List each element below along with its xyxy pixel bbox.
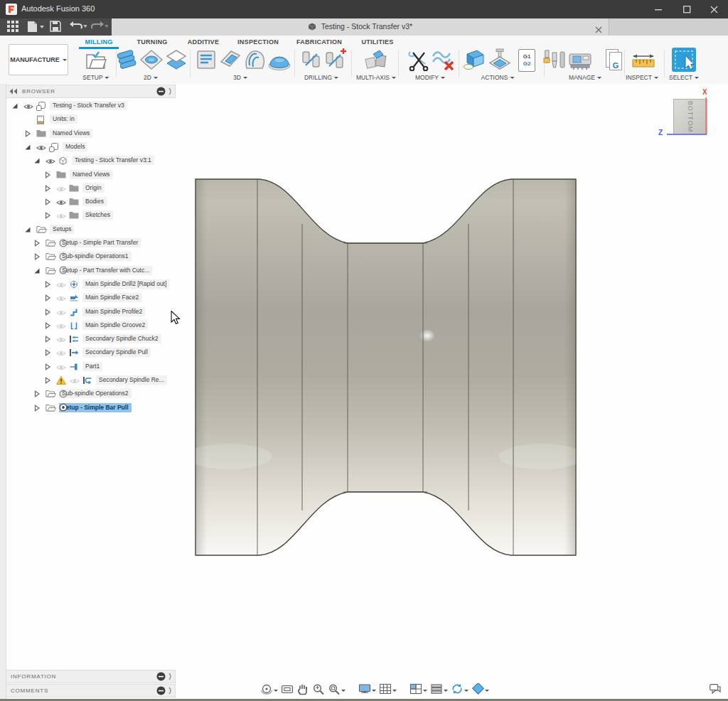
expander-collapsed-icon[interactable] xyxy=(44,322,51,329)
visibility-off-icon[interactable] xyxy=(56,186,66,193)
remove-panel-icon[interactable] xyxy=(156,686,166,695)
drill-button[interactable] xyxy=(300,48,323,74)
expander-collapsed-icon[interactable] xyxy=(33,240,41,247)
visibility-on-icon[interactable] xyxy=(56,199,66,206)
visibility-off-icon[interactable] xyxy=(56,295,66,302)
browser-row-setup-simple-part-transfer[interactable]: Setup - Simple Part Transfer xyxy=(6,237,182,250)
visibility-on-icon[interactable] xyxy=(36,144,46,151)
browser-row-models[interactable]: Models xyxy=(6,141,182,154)
tab-inspection[interactable]: INSPECTION xyxy=(237,38,279,46)
browser-row-units-in[interactable]: Units: in xyxy=(6,114,182,126)
fit-button[interactable] xyxy=(328,683,346,698)
browser-row-secondary-spindle-chuck2[interactable]: Secondary Spindle Chuck2 xyxy=(6,333,182,346)
group-2d[interactable]: 2D xyxy=(144,74,158,81)
group-setup[interactable]: SETUP xyxy=(82,74,109,81)
simulate-button[interactable] xyxy=(488,48,511,74)
chevron-right-icon[interactable] xyxy=(168,87,173,95)
browser-row-main-spindle-groove2[interactable]: Main Spindle Groove2 xyxy=(6,320,182,332)
browser-row-main-spindle-profile2[interactable]: Main Spindle Profile2 xyxy=(6,306,182,319)
visibility-off-icon[interactable] xyxy=(56,309,66,316)
chevron-right-icon[interactable] xyxy=(168,687,173,695)
browser-row-testing-stock-transfer-v3[interactable]: Testing - Stock Transfer v3 xyxy=(6,100,182,112)
tab-utilities[interactable]: UTILITIES xyxy=(361,38,393,46)
2d-adaptive-button[interactable] xyxy=(116,48,139,74)
compare-button[interactable] xyxy=(471,683,489,697)
expander-collapsed-icon[interactable] xyxy=(44,349,51,356)
browser-row-sub-spindle-operations1[interactable]: Sub-spindle Operations1 xyxy=(6,251,182,263)
expander-expanded-icon[interactable] xyxy=(33,157,41,164)
measure-button[interactable] xyxy=(631,53,656,73)
post-process-button[interactable]: G1G2 xyxy=(518,49,535,72)
browser-row-main-spindle-drill2-rapid-out[interactable]: Main Spindle Drill2 [Rapid out] xyxy=(6,279,182,291)
redo-button[interactable] xyxy=(91,21,108,31)
close-tab-icon[interactable] xyxy=(595,23,602,36)
3d-adaptive-clearing-button[interactable] xyxy=(195,48,218,74)
2d-pocket-button[interactable] xyxy=(139,48,164,74)
expander-collapsed-icon[interactable] xyxy=(44,212,51,219)
remove-panel-icon[interactable] xyxy=(156,672,166,681)
pan-button[interactable] xyxy=(296,683,309,698)
grid-snaps-button[interactable] xyxy=(379,683,397,697)
view-cube[interactable]: BOTTOM xyxy=(673,99,707,134)
data-panel-toggle-button[interactable] xyxy=(7,21,18,32)
trim-toolpath-button[interactable] xyxy=(407,48,431,74)
machine-library-button[interactable] xyxy=(567,51,593,74)
group-multi-axis[interactable]: MULTI-AXIS xyxy=(356,74,396,81)
viewports-button[interactable] xyxy=(410,683,427,697)
browser-row-bodies[interactable]: Bodies xyxy=(6,196,182,208)
setup-status-circle-icon[interactable] xyxy=(59,390,68,398)
multi-axis-button[interactable] xyxy=(364,48,388,74)
feedback-icon[interactable] xyxy=(710,684,721,697)
comments-panel-header[interactable]: COMMENTS xyxy=(6,684,176,697)
expander-collapsed-icon[interactable] xyxy=(44,281,51,288)
collapse-panel-icon[interactable] xyxy=(9,88,18,95)
group-3d[interactable]: 3D xyxy=(233,74,247,81)
look-at-button[interactable] xyxy=(281,683,294,697)
3d-pocket-clearing-button[interactable] xyxy=(218,48,242,73)
browser-row-secondary-spindle-pull[interactable]: Secondary Spindle Pull xyxy=(6,347,182,359)
browser-row-secondary-spindle-re[interactable]: Secondary Spindle Re... xyxy=(6,375,182,387)
expander-collapsed-icon[interactable] xyxy=(44,377,51,384)
tool-library-button[interactable] xyxy=(542,48,567,74)
delete-toolpath-button[interactable] xyxy=(431,48,455,74)
expander-expanded-icon[interactable] xyxy=(33,267,41,274)
minimize-button[interactable] xyxy=(644,0,673,18)
group-manage[interactable]: MANAGE xyxy=(569,74,601,81)
expander-collapsed-icon[interactable] xyxy=(44,171,51,178)
orbit-button[interactable] xyxy=(260,683,278,698)
setup-status-circle-icon[interactable] xyxy=(59,266,68,274)
visibility-off-icon[interactable] xyxy=(56,350,66,357)
expander-collapsed-icon[interactable] xyxy=(44,336,51,343)
drill-rapid-button[interactable] xyxy=(323,48,348,74)
browser-row-sub-spindle-operations2[interactable]: Sub-spindle Operations2 xyxy=(6,388,182,400)
toolpath-display-button[interactable] xyxy=(430,683,448,697)
setup-status-circle-icon[interactable] xyxy=(59,252,68,261)
browser-row-testing-stock-transfer-v3-1[interactable]: Testing - Stock Transfer v3:1 xyxy=(6,155,182,167)
regenerate-button[interactable] xyxy=(451,683,469,697)
expander-collapsed-icon[interactable] xyxy=(24,130,31,137)
expander-collapsed-icon[interactable] xyxy=(44,309,51,316)
generate-button[interactable] xyxy=(463,48,486,74)
tab-fabrication[interactable]: FABRICATION xyxy=(296,38,342,46)
browser-row-setup-part-transfer-with-cutc[interactable]: Setup - Part Transfer with Cutc... xyxy=(6,265,182,277)
group-select[interactable]: SELECT xyxy=(669,74,699,81)
2d-contour-button[interactable] xyxy=(164,48,188,74)
visibility-on-icon[interactable] xyxy=(46,158,55,165)
visibility-off-icon[interactable] xyxy=(56,364,66,371)
group-modify[interactable]: MODIFY xyxy=(415,74,445,81)
zoom-button[interactable] xyxy=(312,683,325,698)
expander-expanded-icon[interactable] xyxy=(24,226,31,233)
3d-morphed-spiral-button[interactable] xyxy=(267,53,291,74)
browser-row-origin[interactable]: Origin xyxy=(6,183,182,195)
new-setup-button[interactable] xyxy=(84,48,108,74)
tab-additive[interactable]: ADDITIVE xyxy=(188,38,219,46)
select-button[interactable] xyxy=(670,46,697,76)
browser-row-named-views[interactable]: Named Views xyxy=(6,128,182,140)
visibility-off-icon[interactable] xyxy=(70,378,80,385)
browser-row-main-spindle-face2[interactable]: Main Spindle Face2 xyxy=(6,292,182,304)
information-panel-header[interactable]: INFORMATION xyxy=(6,670,176,683)
active-setup-radio-icon[interactable] xyxy=(59,403,68,412)
document-tab[interactable]: Testing - Stock Transfer v3* xyxy=(112,18,609,36)
close-button[interactable] xyxy=(700,0,728,18)
chevron-right-icon[interactable] xyxy=(168,673,173,680)
